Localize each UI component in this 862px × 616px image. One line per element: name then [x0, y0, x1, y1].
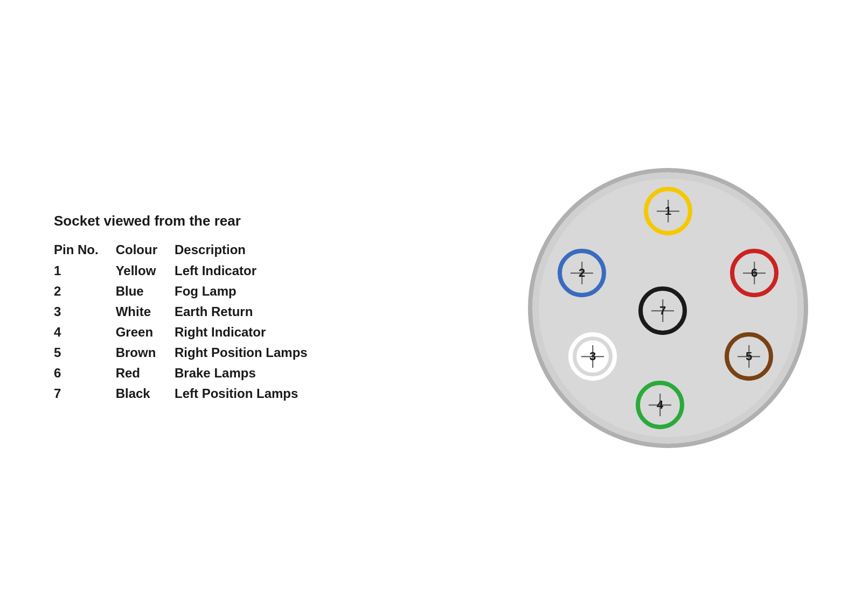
pin-inner-3: 3 [576, 340, 609, 373]
table-row: 1YellowLeft Indicator [54, 261, 325, 281]
pin-circle-4: 4 [636, 381, 684, 429]
panel-title: Socket viewed from the rear [54, 213, 325, 229]
pin-colour: Brown [116, 342, 175, 363]
pin-number: 1 [54, 261, 116, 281]
pin-circle-1: 1 [644, 187, 692, 235]
pin-inner-2: 2 [566, 257, 598, 289]
pin-description: Earth Return [175, 302, 325, 322]
pin-circle-3: 3 [568, 332, 617, 381]
pin-label-1: 1 [665, 204, 671, 218]
pin-circle-2: 2 [558, 249, 606, 297]
pin-colour: Red [116, 363, 175, 383]
pin-circle-6: 6 [730, 249, 778, 297]
pin-number: 6 [54, 363, 116, 383]
pin-number: 2 [54, 281, 116, 302]
pin-number: 5 [54, 342, 116, 363]
pin-circle-5: 5 [725, 332, 773, 381]
pin-description: Left Position Lamps [175, 383, 325, 404]
info-panel: Socket viewed from the rear Pin No. Colo… [54, 213, 325, 404]
pin-colour: Yellow [116, 261, 175, 281]
pin-label-2: 2 [579, 266, 585, 280]
socket-diagram: 1234567 [528, 168, 808, 448]
pin-colour: White [116, 302, 175, 322]
table-row: 3WhiteEarth Return [54, 302, 325, 322]
col-pin: Pin No. [54, 239, 116, 261]
pin-description: Fog Lamp [175, 281, 325, 302]
table-row: 7BlackLeft Position Lamps [54, 383, 325, 404]
pin-circle-7: 7 [638, 286, 687, 335]
pin-number: 4 [54, 322, 116, 342]
table-row: 4GreenRight Indicator [54, 322, 325, 342]
col-description: Description [175, 239, 325, 261]
table-header-row: Pin No. Colour Description [54, 239, 325, 261]
pin-colour: Green [116, 322, 175, 342]
col-colour: Colour [116, 239, 175, 261]
table-row: 5BrownRight Position Lamps [54, 342, 325, 363]
socket-inner-circle: 1234567 [539, 179, 797, 437]
socket-outer-circle: 1234567 [528, 168, 808, 448]
pin-inner-7: 7 [646, 295, 679, 327]
table-row: 2BlueFog Lamp [54, 281, 325, 302]
pin-label-4: 4 [657, 398, 663, 412]
pin-colour: Blue [116, 281, 175, 302]
pin-inner-5: 5 [733, 340, 765, 373]
pin-description: Brake Lamps [175, 363, 325, 383]
main-container: Socket viewed from the rear Pin No. Colo… [54, 168, 808, 448]
pin-number: 3 [54, 302, 116, 322]
pin-label-5: 5 [746, 349, 752, 363]
pin-description: Right Position Lamps [175, 342, 325, 363]
pin-label-6: 6 [751, 266, 757, 280]
pin-table: Pin No. Colour Description 1YellowLeft I… [54, 239, 325, 404]
pin-colour: Black [116, 383, 175, 404]
pin-label-7: 7 [659, 304, 666, 318]
pin-inner-6: 6 [738, 257, 770, 289]
pin-inner-4: 4 [644, 389, 676, 421]
pin-description: Right Indicator [175, 322, 325, 342]
pin-description: Left Indicator [175, 261, 325, 281]
pin-inner-1: 1 [652, 195, 684, 227]
pin-label-3: 3 [589, 349, 596, 363]
pin-number: 7 [54, 383, 116, 404]
table-row: 6RedBrake Lamps [54, 363, 325, 383]
